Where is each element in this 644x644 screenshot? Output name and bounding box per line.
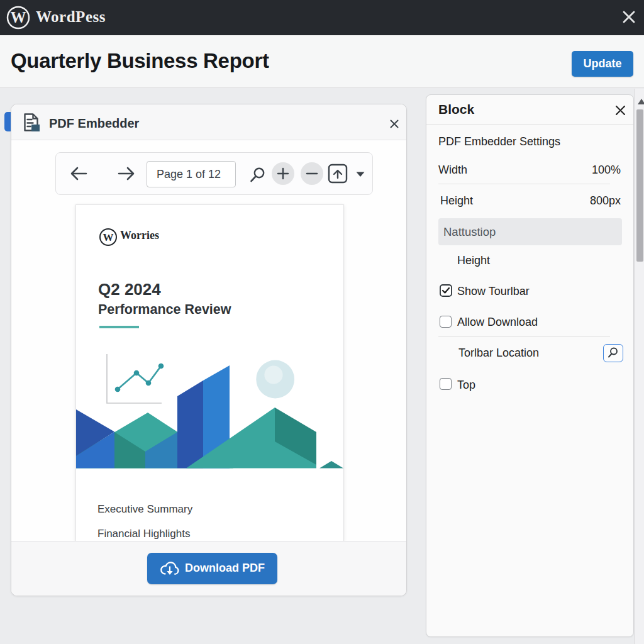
svg-text:W: W: [11, 9, 26, 26]
